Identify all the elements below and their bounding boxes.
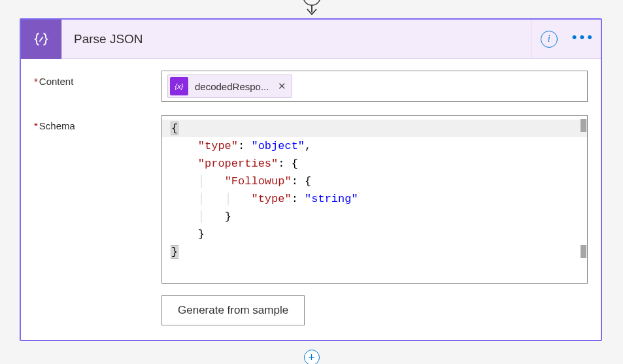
schema-editor[interactable]: { "type": "object", "properties": { │ "F… (161, 115, 588, 284)
content-input[interactable]: {x} decodedRespo... ✕ (161, 71, 588, 102)
card-title: Parse JSON (74, 32, 143, 46)
generate-row: Generate from sample (161, 295, 588, 325)
flow-arrow-incoming (301, 0, 323, 16)
info-icon[interactable]: i (541, 31, 558, 48)
token-remove-icon[interactable]: ✕ (278, 80, 286, 92)
expression-token[interactable]: {x} decodedRespo... ✕ (167, 74, 292, 98)
content-field-row: *Content {x} decodedRespo... ✕ (34, 71, 588, 102)
schema-input-wrapper: { "type": "object", "properties": { │ "F… (161, 115, 588, 325)
scrollbar-thumb[interactable] (581, 245, 586, 258)
schema-field-row: *Schema { "type": "object", "properties"… (34, 115, 588, 325)
scrollbar-thumb[interactable] (581, 119, 586, 132)
add-step-button[interactable]: + (303, 348, 321, 364)
schema-label: *Schema (34, 115, 161, 325)
plus-icon: + (304, 350, 320, 364)
header-actions: i • • • (531, 29, 601, 50)
required-marker: * (34, 76, 38, 87)
parse-json-icon (21, 20, 61, 59)
card-header: Parse JSON i • • • (21, 20, 601, 59)
content-input-wrapper: {x} decodedRespo... ✕ (161, 71, 588, 102)
card-body: *Content {x} decodedRespo... ✕ *Schema (21, 59, 601, 340)
svg-line-1 (39, 37, 42, 41)
content-label: *Content (34, 71, 161, 102)
parse-json-action-card: Parse JSON i • • • *Content {x} decodedR… (20, 18, 602, 341)
required-marker: * (34, 120, 38, 131)
card-title-area[interactable]: Parse JSON (61, 20, 531, 58)
generate-from-sample-button[interactable]: Generate from sample (161, 295, 305, 325)
expression-icon: {x} (170, 77, 188, 95)
more-options-icon[interactable]: • • • (572, 29, 592, 50)
token-label: decodedRespo... (195, 81, 269, 92)
